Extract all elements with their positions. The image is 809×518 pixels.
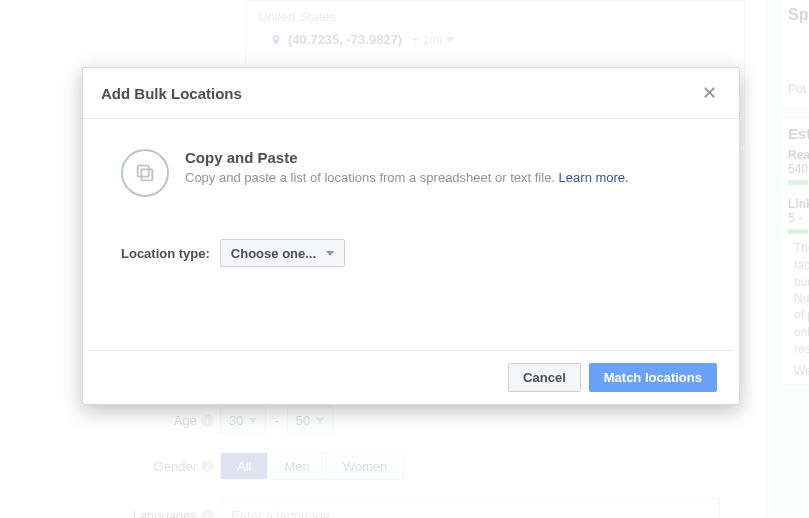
match-locations-button[interactable]: Match locations: [589, 363, 717, 392]
bulk-locations-modal: Add Bulk Locations ✕ Copy and Paste Copy…: [82, 67, 740, 405]
copy-paste-heading: Copy and Paste: [185, 149, 629, 166]
svg-rect-0: [141, 169, 152, 180]
cancel-button[interactable]: Cancel: [508, 363, 581, 392]
modal-header: Add Bulk Locations ✕: [83, 68, 739, 119]
location-type-placeholder: Choose one...: [231, 246, 316, 261]
location-type-dropdown[interactable]: Choose one...: [220, 239, 345, 267]
location-type-label: Location type:: [121, 246, 210, 261]
copy-paste-section: Copy and Paste Copy and paste a list of …: [121, 149, 701, 197]
copy-paste-text: Copy and Paste Copy and paste a list of …: [185, 149, 629, 185]
svg-rect-1: [138, 166, 149, 177]
modal-body: Copy and Paste Copy and paste a list of …: [83, 119, 739, 350]
learn-more-link[interactable]: Learn more.: [559, 170, 629, 185]
chevron-down-icon: [326, 251, 334, 256]
modal-title: Add Bulk Locations: [101, 85, 242, 102]
modal-footer: Cancel Match locations: [89, 350, 733, 404]
copy-paste-sub: Copy and paste a list of locations from …: [185, 170, 629, 185]
location-type-row: Location type: Choose one...: [121, 239, 701, 267]
copy-paste-sub-text: Copy and paste a list of locations from …: [185, 170, 555, 185]
copy-icon: [121, 149, 169, 197]
close-icon[interactable]: ✕: [698, 82, 721, 104]
